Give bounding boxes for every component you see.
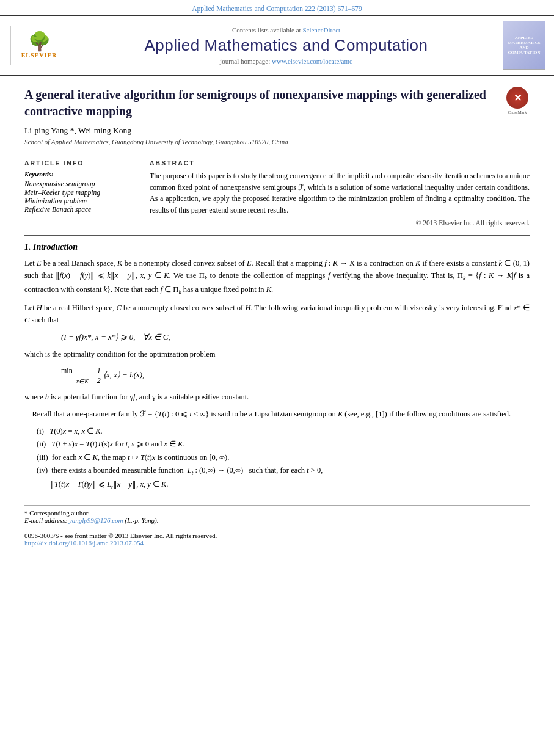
sciencedirect-line: Contents lists available at ScienceDirec… xyxy=(78,26,494,34)
keyword-4: Reflexive Banach space xyxy=(24,206,128,213)
keyword-2: Meir–Keeler type mapping xyxy=(24,189,128,196)
intro-paragraph-2: Let H be a real Hilbert space, C be a no… xyxy=(24,302,530,326)
intro-paragraph-3: which is the optimality condition for th… xyxy=(24,348,530,360)
article-title: A general iterative algorithm for semigr… xyxy=(24,87,498,120)
divider-1 xyxy=(24,153,530,153)
corresponding-author: * Corresponding author. xyxy=(24,509,530,517)
intro-paragraph-4: where h is a potential function for γf, … xyxy=(24,391,530,403)
article-body: A general iterative algorithm for semigr… xyxy=(0,76,554,559)
doi-link[interactable]: http://dx.doi.org/10.1016/j.amc.2013.07.… xyxy=(24,539,530,547)
elsevier-wordmark: ELSEVIER xyxy=(21,52,57,59)
authors: Li-ping Yang *, Wei-ming Kong xyxy=(24,126,530,136)
abstract-copyright: © 2013 Elsevier Inc. All rights reserved… xyxy=(150,219,530,227)
conditions-list: (i) T(0)x = x, x ∈ K. (ii) T(t + s)x = T… xyxy=(37,425,530,493)
condition-iii: (iii) for each x ∈ K, the map t ↦ T(t)x … xyxy=(37,451,530,464)
equation-1: (I − γf)x*, x − x*⟩ ⩾ 0, ∀x ∈ C, xyxy=(61,332,530,342)
abstract-text: The purpose of this paper is to study th… xyxy=(150,170,530,216)
keyword-1: Nonexpansive semigroup xyxy=(24,180,128,187)
journal-thumbnail: APPLIEDMATHEMATICSANDCOMPUTATION xyxy=(503,21,545,70)
crossmark-label: CrossMark xyxy=(508,110,527,115)
condition-i: (i) T(0)x = x, x ∈ K. xyxy=(37,425,530,438)
abstract-col: ABSTRACT The purpose of this paper is to… xyxy=(150,159,530,227)
keyword-3: Minimization problem xyxy=(24,197,128,205)
thumb-text: APPLIEDMATHEMATICSANDCOMPUTATION xyxy=(506,34,541,56)
info-abstract-cols: ARTICLE INFO Keywords: Nonexpansive semi… xyxy=(24,159,530,227)
condition-ii: (ii) T(t + s)x = T(t)T(s)x for t, s ⩾ 0 … xyxy=(37,438,530,451)
footnote-area: * Corresponding author. E-mail address: … xyxy=(24,505,530,524)
homepage-url: www.elsevier.com/locate/amc xyxy=(272,57,352,65)
doi-area: 0096-3003/$ - see front matter © 2013 El… xyxy=(24,529,530,547)
email-suffix: (L.-p. Yang). xyxy=(125,517,158,524)
min-expr: 1 2 ⟨x, x⟩ + h(x), xyxy=(95,366,145,385)
sciencedirect-link[interactable]: ScienceDirect xyxy=(302,26,340,34)
min-label: min xyxy=(61,366,73,376)
email-address[interactable]: yanglp99@126.com xyxy=(69,517,123,524)
journal-center: Contents lists available at ScienceDirec… xyxy=(78,26,494,65)
title-section: A general iterative algorithm for semigr… xyxy=(24,87,530,120)
journal-homepage: journal homepage: www.elsevier.com/locat… xyxy=(78,57,494,65)
issn-line: 0096-3003/$ - see front matter © 2013 El… xyxy=(24,532,530,539)
min-subscript: x∈K xyxy=(76,378,89,385)
keywords-list: Nonexpansive semigroup Meir–Keeler type … xyxy=(24,180,128,213)
elsevier-logo: 🌳 ELSEVIER xyxy=(9,26,70,65)
keywords-heading: Keywords: xyxy=(24,170,128,178)
abstract-label: ABSTRACT xyxy=(150,159,530,167)
minimization-block: min x∈K 1 2 ⟨x, x⟩ + h(x), xyxy=(61,366,530,385)
article-info: ARTICLE INFO Keywords: Nonexpansive semi… xyxy=(24,159,137,227)
crossmark: ✕ CrossMark xyxy=(505,87,530,115)
journal-header: 🌳 ELSEVIER Contents lists available at S… xyxy=(0,15,554,76)
journal-title: Applied Mathematics and Computation xyxy=(78,36,494,55)
intro-paragraph-5: Recall that a one-parameter family ℱ = {… xyxy=(24,408,530,420)
citation-text: Applied Mathematics and Computation 222 … xyxy=(192,5,362,12)
section-divider xyxy=(24,235,530,236)
email-line: E-mail address: yanglp99@126.com (L.-p. … xyxy=(24,517,530,524)
affiliation: School of Applied Mathematics, Guangdong… xyxy=(24,138,530,145)
intro-paragraph-1: Let E be a real Banach space, K be a non… xyxy=(24,257,530,297)
article-info-label: ARTICLE INFO xyxy=(24,159,128,167)
email-label: E-mail address: xyxy=(24,517,67,524)
logo-image: 🌳 ELSEVIER xyxy=(10,26,68,65)
intro-heading: 1. Introduction xyxy=(24,242,530,252)
crossmark-icon: ✕ xyxy=(506,87,528,109)
citation-bar: Applied Mathematics and Computation 222 … xyxy=(0,0,554,15)
condition-iv: (iv) there exists a bounded measurable f… xyxy=(37,464,530,493)
